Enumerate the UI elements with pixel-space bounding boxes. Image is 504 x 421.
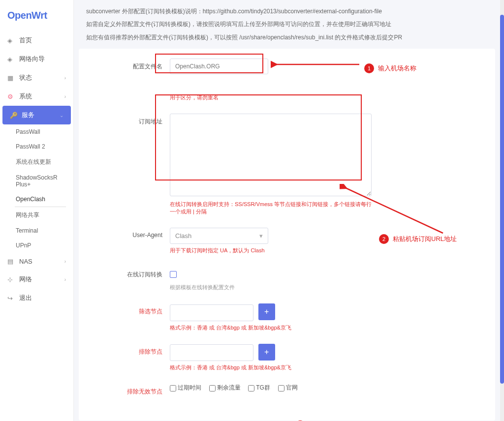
nav-system[interactable]: ⚙系统›: [0, 87, 73, 106]
hint-name: 用于区分，请勿重名: [170, 94, 377, 101]
filter-add-button[interactable]: +: [258, 303, 275, 320]
cube-icon: ◈: [7, 37, 15, 44]
sidebar-item-update[interactable]: 系统在线更新: [0, 154, 73, 170]
sidebar-item-openclash[interactable]: OpenClash: [15, 192, 66, 207]
form-panel: 配置文件名 用于区分，请勿重名 订阅地址 在线订阅转换启用时支持：SS/SSR/…: [79, 49, 495, 421]
filter-input[interactable]: [170, 304, 253, 321]
nav-services[interactable]: 🔑服务⌄: [2, 106, 71, 124]
nav-status[interactable]: ▦状态›: [0, 68, 73, 87]
nav-logout[interactable]: ↪退出: [0, 289, 73, 307]
chevron-right-icon: ›: [64, 277, 66, 282]
config-name-input[interactable]: [170, 59, 268, 74]
gear-icon: ⚙: [7, 93, 15, 100]
logout-icon: ↪: [7, 295, 15, 302]
network-icon: ⊹: [7, 276, 15, 283]
sidebar-item-passwall2[interactable]: PassWall 2: [0, 139, 73, 154]
scrollbar-track[interactable]: [500, 0, 504, 421]
hint-url: 在线订阅转换启用时支持：SS/SSR/Vmess 等节点链接和订阅链接，多个链接…: [170, 201, 377, 215]
sidebar: OpenWrt ◈首页 ◈网络向导 ▦状态› ⚙系统› 🔑服务⌄ PassWal…: [0, 0, 74, 421]
sub-url-textarea[interactable]: [170, 114, 372, 196]
hint-filter: 格式示例：香港 或 台湾&bgp 或 新加坡&bgp&京飞: [170, 324, 377, 331]
scrollbar-thumb[interactable]: [500, 15, 504, 384]
label-convert: 在线订阅转换: [94, 267, 170, 279]
chevron-down-icon: ⌄: [60, 113, 63, 118]
nav-nas[interactable]: ▤NAS›: [0, 253, 73, 270]
ua-select[interactable]: Clash: [170, 228, 268, 244]
sidebar-item-upnp[interactable]: UPnP: [0, 238, 73, 253]
sidebar-item-ssr[interactable]: ShadowSocksR Plus+: [0, 170, 73, 192]
chevron-right-icon: ›: [64, 94, 66, 99]
brand-logo: OpenWrt: [0, 0, 73, 31]
label-config-name: 配置文件名: [94, 59, 170, 71]
key-icon: 🔑: [10, 112, 18, 119]
label-ua: User-Agent: [94, 228, 170, 239]
cb-tg[interactable]: [248, 385, 254, 391]
chevron-right-icon: ›: [64, 259, 66, 264]
cb-traffic[interactable]: [209, 385, 216, 391]
main-content: subconverter 外部配置(订阅转换模板)说明：https://gith…: [74, 0, 500, 421]
intro-text: subconverter 外部配置(订阅转换模板)说明：https://gith…: [74, 0, 500, 49]
sidebar-item-passwall[interactable]: PassWall: [0, 124, 73, 139]
label-filter: 筛选节点: [94, 303, 170, 316]
label-sub-url: 订阅地址: [94, 114, 170, 126]
nav-wizard[interactable]: ◈网络向导: [0, 50, 73, 68]
grid-icon: ▦: [7, 74, 15, 82]
sidebar-item-share[interactable]: 网络共享: [0, 207, 73, 223]
server-icon: ▤: [7, 258, 15, 265]
cb-expire[interactable]: [170, 385, 176, 391]
chevron-right-icon: ›: [64, 75, 66, 81]
hint-ua: 用于下载订阅时指定 UA，默认为 Clash: [170, 247, 377, 254]
hint-convert: 根据模板在线转换配置文件: [170, 284, 377, 291]
label-exclude: 排除节点: [94, 344, 170, 356]
convert-checkbox[interactable]: [170, 271, 177, 278]
exclude-add-button[interactable]: +: [258, 344, 275, 361]
nav-home[interactable]: ◈首页: [0, 31, 73, 50]
label-invalid: 排除无效节点: [94, 384, 170, 396]
invalid-checkboxes: 过期时间 剩余流量 TG群 官网: [170, 384, 465, 392]
exclude-input[interactable]: [170, 344, 253, 361]
nav-network[interactable]: ⊹网络›: [0, 270, 73, 289]
cb-site[interactable]: [278, 385, 284, 391]
sidebar-item-terminal[interactable]: Terminal: [0, 223, 73, 238]
hint-exclude: 格式示例：香港 或 台湾&bgp 或 新加坡&bgp&京飞: [170, 364, 377, 371]
cube-icon: ◈: [7, 56, 15, 63]
